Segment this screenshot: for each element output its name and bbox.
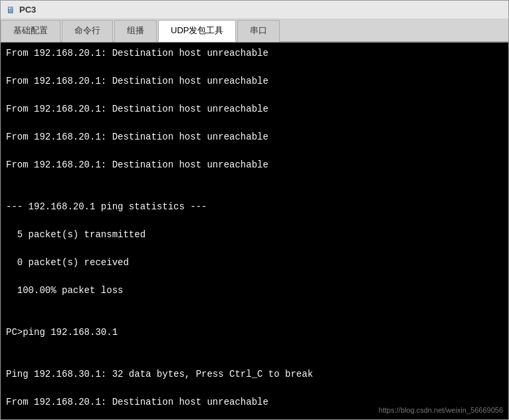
window: 🖥 PC3 基础配置 命令行 组播 UDP发包工具 串口 From 192.16… — [0, 0, 509, 420]
window-icon: 🖥 — [6, 5, 15, 15]
tab-bar: 基础配置 命令行 组播 UDP发包工具 串口 — [1, 19, 508, 43]
title-bar: 🖥 PC3 — [1, 1, 508, 19]
terminal-container: From 192.168.20.1: Destination host unre… — [1, 43, 508, 419]
tab-multicast[interactable]: 组播 — [114, 20, 157, 42]
tab-serial[interactable]: 串口 — [237, 20, 280, 42]
window-title: PC3 — [19, 5, 36, 15]
tab-command-line[interactable]: 命令行 — [62, 20, 113, 42]
tab-udp-tool[interactable]: UDP发包工具 — [158, 20, 236, 42]
terminal[interactable]: From 192.168.20.1: Destination host unre… — [1, 43, 508, 419]
tab-basic-config[interactable]: 基础配置 — [1, 20, 60, 42]
